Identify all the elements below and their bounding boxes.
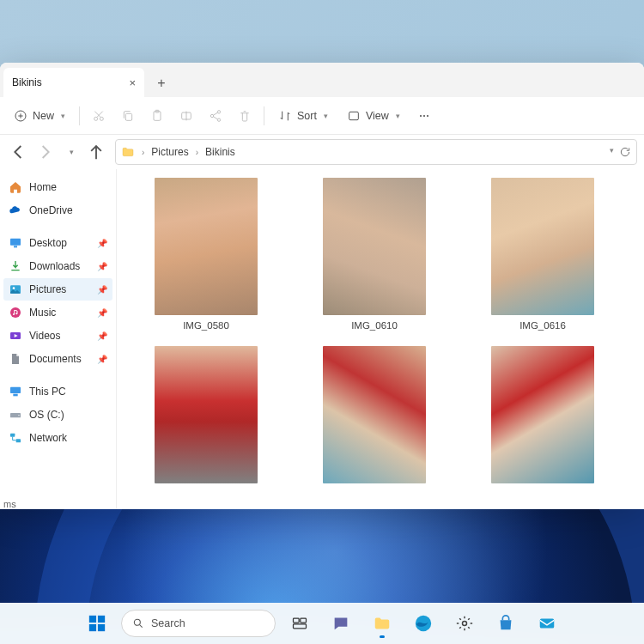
breadcrumb-segment[interactable]: Bikinis [205,146,235,158]
arrow-right-icon [33,140,57,164]
refresh-icon[interactable] [619,146,631,158]
taskbar-edge[interactable] [406,606,440,641]
drive-icon [9,408,22,422]
sidebar-item-onedrive[interactable]: OneDrive [3,199,112,222]
taskbar: Search [0,603,644,644]
pin-icon: 📌 [97,239,107,248]
tab-bikinis[interactable]: Bikinis × [3,68,144,97]
new-tab-button[interactable]: + [148,70,175,97]
recent-button[interactable]: ▾ [58,138,82,166]
back-button[interactable] [7,138,31,166]
task-view-button[interactable] [283,606,317,641]
videos-icon [9,329,22,343]
sidebar-item-this-pc[interactable]: This PC [3,380,112,403]
sidebar-item-videos[interactable]: Videos 📌 [3,325,112,347]
view-button[interactable]: View ▾ [338,102,409,130]
chevron-down-icon[interactable]: ▾ [610,146,614,158]
up-button[interactable] [84,138,108,166]
sidebar-item-network[interactable]: Network [3,427,112,449]
chevron-down-icon: ▾ [396,112,400,120]
rename-button [173,102,200,130]
chevron-down-icon: ▾ [324,112,328,120]
file-thumbnail[interactable] [474,346,611,506]
file-thumbnail[interactable] [137,346,275,506]
sidebar-item-label: OS (C:) [29,409,64,421]
pictures-icon [9,283,22,296]
navigation-sidebar: Home OneDrive Desktop 📌 Downloads 📌 [0,169,117,509]
taskbar-store[interactable] [489,606,523,641]
pin-icon: 📌 [97,331,107,341]
search-icon [132,617,144,629]
sidebar-item-documents[interactable]: Documents 📌 [3,348,112,370]
sidebar-item-pictures[interactable]: Pictures 📌 [3,278,112,301]
new-button[interactable]: New ▾ [5,102,74,130]
sidebar-item-desktop[interactable]: Desktop 📌 [3,232,112,254]
taskbar-search[interactable]: Search [121,610,276,637]
share-icon [209,109,222,123]
file-thumbnail[interactable]: IMG_0610 [306,178,443,337]
image-thumbnail [323,178,426,315]
sidebar-item-downloads[interactable]: Downloads 📌 [3,255,112,277]
sidebar-item-os-c[interactable]: OS (C:) [3,404,112,426]
svg-rect-34 [301,618,307,623]
svg-rect-26 [10,434,15,437]
close-icon[interactable]: × [129,76,136,89]
file-name: IMG_0610 [351,320,398,331]
share-button [202,102,229,130]
file-thumbnail[interactable]: IMG_0616 [474,178,611,337]
start-button[interactable] [80,606,114,641]
sort-icon [278,109,292,123]
paste-button [143,102,171,130]
sidebar-item-label: Downloads [29,260,80,272]
file-thumbnail[interactable] [306,346,443,506]
view-label: View [366,110,389,122]
sidebar-item-home[interactable]: Home [3,176,112,198]
delete-button [231,102,258,130]
windows-icon [88,614,106,633]
taskbar-chat[interactable] [324,606,358,641]
store-icon [496,614,515,633]
more-button[interactable] [410,102,438,130]
svg-point-17 [13,287,15,289]
sidebar-item-label: Pictures [29,283,66,295]
svg-point-2 [100,117,103,120]
arrow-up-icon [84,140,108,164]
search-placeholder: Search [151,617,185,629]
cut-button [85,102,112,130]
file-thumbnail[interactable]: IMG_0580 [137,178,275,337]
sidebar-item-label: OneDrive [29,204,73,216]
chat-icon [331,614,350,633]
sidebar-item-label: This PC [29,386,66,398]
new-label: New [33,110,54,122]
breadcrumb[interactable]: › Pictures › Bikinis ▾ [115,139,637,165]
svg-rect-29 [98,616,105,623]
sort-button[interactable]: Sort ▾ [270,102,337,130]
svg-rect-22 [10,387,21,393]
status-text: ms [0,497,20,509]
cloud-icon [9,204,22,217]
taskbar-mail[interactable] [530,606,564,641]
sidebar-item-music[interactable]: Music 📌 [3,301,112,324]
desktop-wallpaper [0,508,644,605]
svg-rect-10 [349,112,359,119]
breadcrumb-segment[interactable]: Pictures [151,146,188,158]
pin-icon: 📌 [97,262,107,271]
sort-label: Sort [297,110,317,122]
home-icon [9,180,22,194]
svg-rect-28 [89,616,96,623]
chevron-right-icon: › [196,148,198,157]
file-name: IMG_0616 [519,320,566,331]
sidebar-item-label: Music [29,307,56,319]
image-thumbnail [155,346,258,483]
chevron-down-icon: ▾ [61,112,65,120]
file-name: IMG_0580 [183,320,229,331]
cut-icon [92,109,106,123]
taskbar-settings[interactable] [447,606,482,641]
svg-point-11 [420,114,422,116]
taskbar-file-explorer[interactable] [365,606,399,641]
pin-icon: 📌 [97,308,107,318]
image-thumbnail [491,178,594,315]
nav-arrows: ▾ [7,138,108,166]
svg-point-1 [94,117,98,120]
paste-icon [150,109,164,123]
